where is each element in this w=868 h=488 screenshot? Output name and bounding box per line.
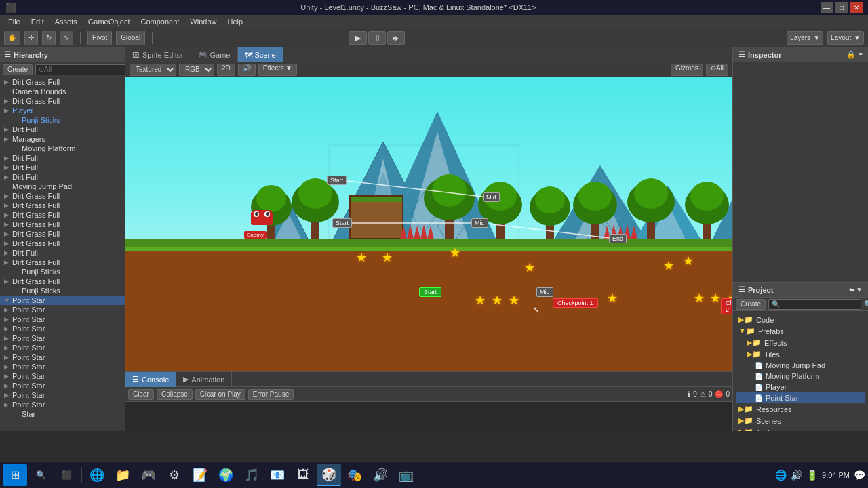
hierarchy-item[interactable]: ▶ Punji Sticks	[0, 115, 125, 125]
game-tab[interactable]: 🎮 Game	[191, 47, 238, 62]
hierarchy-item[interactable]: ▶ Dirt Grass Full	[0, 277, 125, 286]
hierarchy-item[interactable]: ▶ Dirt Full	[0, 248, 125, 258]
taskbar-taskview[interactable]: ⬛	[54, 464, 79, 486]
hierarchy-item[interactable]: ▶ Dirt Full	[0, 172, 125, 182]
scene-tab[interactable]: 🗺 Scene	[238, 47, 283, 62]
checkpoint-2[interactable]: Checkpoint 2	[721, 298, 732, 314]
project-item-effects[interactable]: ▶📁 Effects	[736, 337, 865, 348]
scale-tool[interactable]: ⤡	[60, 30, 73, 45]
gizmos-all-button[interactable]: ⊙All	[706, 64, 728, 76]
waypoint-start-1[interactable]: Start	[327, 176, 347, 185]
menu-help[interactable]: Help	[222, 15, 248, 28]
close-button[interactable]: ✕	[850, 2, 863, 13]
rotate-tool[interactable]: ↻	[42, 30, 56, 45]
step-button[interactable]: ⏭	[387, 31, 405, 45]
project-item-moving-jump-pad[interactable]: 📄 Moving Jump Pad	[736, 360, 865, 371]
taskbar-notification-icon[interactable]: 💬	[854, 470, 865, 481]
hierarchy-item[interactable]: ▶ Dirt Full	[0, 153, 125, 163]
gizmos-button[interactable]: Gizmos	[671, 64, 703, 76]
global-toggle[interactable]: Global	[116, 30, 145, 45]
hierarchy-item[interactable]: ▶ Point Star	[0, 400, 125, 409]
taskbar-explorer[interactable]: 📁	[111, 464, 135, 486]
hierarchy-item[interactable]: ▶ Dirt Grass Full	[0, 239, 125, 248]
start-marker[interactable]: Start	[419, 287, 441, 297]
hierarchy-item[interactable]: ▶ Point Star	[0, 371, 125, 381]
hierarchy-item[interactable]: ▶ Point Star	[0, 333, 125, 343]
taskbar-sound-icon[interactable]: 🔊	[791, 470, 802, 481]
taskbar-settings[interactable]: ⚙	[162, 464, 186, 486]
waypoint-end[interactable]: End	[609, 234, 627, 243]
effects-button[interactable]: Effects ▼	[258, 64, 297, 76]
hierarchy-item[interactable]: ▶ Point Star	[0, 305, 125, 314]
taskbar-photos[interactable]: 🖼	[291, 464, 315, 486]
hierarchy-item-point-star[interactable]: ▼ Point Star	[0, 296, 125, 305]
move-tool[interactable]: ✛	[24, 30, 38, 45]
console-tab-animation[interactable]: ▶ Animation	[176, 372, 232, 387]
inspector-menu-icon[interactable]: ≡	[859, 50, 863, 59]
taskbar-vlc[interactable]: 📺	[394, 464, 418, 486]
taskbar-steam[interactable]: 🎮	[136, 464, 161, 486]
menu-assets[interactable]: Assets	[50, 15, 83, 28]
project-item-moving-platform[interactable]: 📄 Moving Platform	[736, 371, 865, 382]
hierarchy-search[interactable]	[35, 64, 128, 75]
hierarchy-item[interactable]: ▶ Dirt Grass Full	[0, 258, 125, 267]
hand-tool[interactable]: ✋	[4, 30, 20, 45]
pivot-toggle[interactable]: Pivot	[87, 30, 112, 45]
layout-dropdown[interactable]: Layout ▼	[827, 31, 864, 45]
menu-component[interactable]: Component	[135, 15, 184, 28]
hierarchy-item[interactable]: ▶ Dirt Grass Full	[0, 201, 125, 210]
hierarchy-item[interactable]: ▶ Managers	[0, 134, 125, 144]
audio-toggle[interactable]: 🔊	[238, 64, 256, 76]
hierarchy-item[interactable]: ▶ Point Star	[0, 314, 125, 324]
project-item-point-star[interactable]: 📄 Point Star	[736, 392, 865, 403]
waypoint-start-2[interactable]: Start	[332, 218, 352, 228]
render-mode-dropdown[interactable]: Textured	[130, 64, 176, 76]
hierarchy-item[interactable]: ▶ Dirt Grass Full	[0, 220, 125, 229]
hierarchy-item[interactable]: ▶ Point Star	[0, 381, 125, 390]
console-clear-on-play-button[interactable]: Clear on Play	[195, 389, 245, 400]
hierarchy-item[interactable]: ▶ Point Star	[0, 362, 125, 371]
menu-window[interactable]: Window	[184, 15, 222, 28]
console-error-pause-button[interactable]: Error Pause	[248, 389, 294, 400]
taskbar-network-icon[interactable]: 🌐	[775, 470, 787, 481]
project-item-code[interactable]: ▶📁 Code	[736, 314, 865, 325]
taskbar-chrome[interactable]: 🌍	[214, 464, 238, 486]
pause-button[interactable]: ⏸	[368, 31, 386, 45]
waypoint-mid-1[interactable]: Mid	[483, 192, 500, 202]
minimize-button[interactable]: —	[821, 2, 833, 13]
2d-toggle[interactable]: 2D	[217, 64, 235, 76]
menu-file[interactable]: File	[3, 15, 26, 28]
hierarchy-item[interactable]: ▶ Dirt Grass Full	[0, 77, 125, 87]
project-panel-icon-1[interactable]: ⬅	[849, 286, 854, 293]
taskbar-word[interactable]: 📝	[188, 464, 212, 486]
project-panel-icon-2[interactable]: ▼	[856, 286, 863, 293]
hierarchy-item[interactable]: ▶ Point Star	[0, 390, 125, 400]
taskbar-ie[interactable]: 🌐	[85, 464, 109, 486]
project-item-resources[interactable]: ▶📁 Resources	[736, 403, 865, 415]
hierarchy-item[interactable]: ▶ Punji Sticks	[0, 267, 125, 277]
hierarchy-item[interactable]: ▶ Dirt Grass Full	[0, 96, 125, 106]
sprite-editor-tab[interactable]: 🖼 Sprite Editor	[125, 47, 191, 62]
project-search[interactable]	[768, 299, 861, 310]
project-item-tiles[interactable]: ▶📁 Tiles	[736, 348, 865, 360]
project-item-player[interactable]: 📄 Player	[736, 382, 865, 392]
project-item-scenes[interactable]: ▶📁 Scenes	[736, 415, 865, 426]
hierarchy-item[interactable]: ▶ Moving Jump Pad	[0, 182, 125, 191]
taskbar-mail[interactable]: 📧	[265, 464, 290, 486]
hierarchy-item[interactable]: ▶ Point Star	[0, 324, 125, 333]
taskbar-music[interactable]: 🎵	[239, 464, 264, 486]
checkpoint-1[interactable]: Checkpoint 1	[553, 298, 598, 308]
project-item-textures[interactable]: ▶📁 Textures	[736, 426, 865, 431]
hierarchy-item[interactable]: ▶ Dirt Full	[0, 125, 125, 134]
inspector-lock-icon[interactable]: 🔒	[846, 50, 856, 59]
game-view[interactable]: Enemy ★ ★	[125, 77, 732, 371]
console-clear-button[interactable]: Clear	[128, 389, 154, 400]
hierarchy-item[interactable]: ▶ Dirt Grass Full	[0, 210, 125, 220]
start-button[interactable]: ⊞	[3, 464, 27, 486]
hierarchy-item[interactable]: ▶ Player	[0, 106, 125, 115]
layers-dropdown[interactable]: Layers ▼	[787, 31, 823, 45]
waypoint-mid-2[interactable]: Mid	[471, 218, 488, 228]
play-button[interactable]: ▶	[349, 31, 367, 45]
project-create-button[interactable]: Create	[736, 299, 766, 310]
hierarchy-item[interactable]: ▶ Point Star	[0, 352, 125, 362]
